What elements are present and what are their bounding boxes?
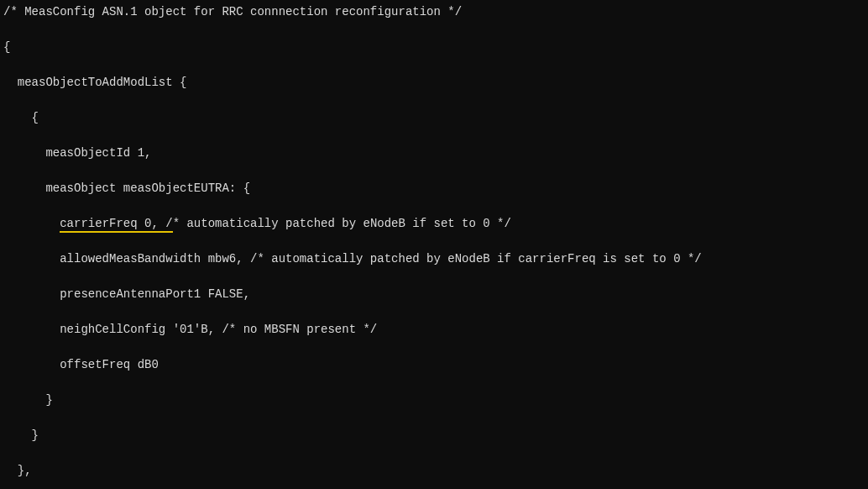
code-line: } [3, 392, 868, 409]
code-line: } [3, 427, 868, 444]
highlight-carrierfreq: carrierFreq 0, / [60, 217, 172, 233]
code-text [3, 217, 60, 230]
code-line: { [3, 39, 868, 56]
code-line: /* MeasConfig ASN.1 object for RRC connn… [3, 3, 868, 21]
code-line: { [3, 109, 868, 127]
code-line: allowedMeasBandwidth mbw6, /* automatica… [3, 250, 868, 268]
code-line: measObjectToAddModList { [3, 74, 868, 92]
code-block: /* MeasConfig ASN.1 object for RRC connn… [0, 0, 868, 489]
code-line: carrierFreq 0, /* automatically patched … [3, 215, 868, 233]
code-text: * automatically patched by eNodeB if set… [173, 217, 511, 230]
code-line: offsetFreq dB0 [3, 356, 868, 374]
code-line: measObject measObjectEUTRA: { [3, 180, 868, 197]
code-line: measObjectId 1, [3, 145, 868, 162]
code-line: }, [3, 462, 868, 480]
code-line: presenceAntennaPort1 FALSE, [3, 286, 868, 303]
code-line: neighCellConfig '01'B, /* no MBSFN prese… [3, 321, 868, 339]
